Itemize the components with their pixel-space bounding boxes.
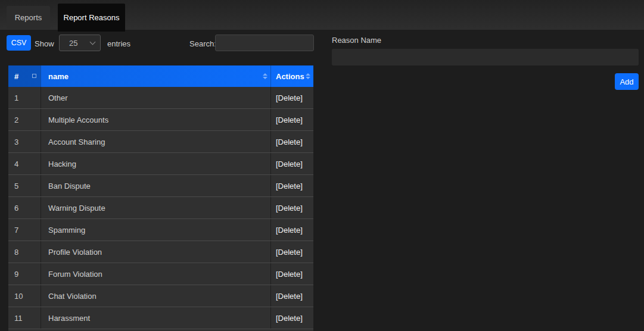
row-actions-cell: [Delete] (270, 263, 313, 285)
tab-reports-label: Reports (15, 13, 42, 22)
row-name-cell: Chat Violation (41, 285, 270, 307)
row-name-cell: Ban Dispute (41, 175, 270, 196)
report-reasons-page: Reports Report Reasons CSV Show 25 entri… (0, 0, 644, 331)
row-actions-cell: [Delete] (270, 131, 313, 152)
row-id-cell: 1 (8, 87, 41, 108)
row-actions-cell: [Delete] (270, 153, 313, 174)
table-row: 6 Warning Dispute [Delete] (8, 197, 313, 219)
delete-link[interactable]: [Delete] (276, 115, 303, 124)
sort-square-icon (32, 74, 36, 78)
delete-link[interactable]: [Delete] (276, 182, 303, 191)
column-header-actions[interactable]: Actions (270, 65, 313, 87)
show-label: Show (35, 39, 54, 48)
column-header-name-label: name (48, 72, 69, 81)
row-id-cell: 3 (8, 131, 41, 152)
table-header-row: # name Actions (8, 65, 313, 87)
column-header-name[interactable]: name (41, 65, 270, 87)
table-body: 1 Other [Delete] 2 Multiple Accounts [De… (8, 87, 313, 329)
tab-reports[interactable]: Reports (7, 6, 50, 29)
row-id-cell: 11 (8, 307, 41, 329)
report-reasons-table: # name Actions 1 Other [Delete] 2 Multip… (8, 65, 313, 331)
row-name-cell: Warning Dispute (41, 197, 270, 218)
table-row: 1 Other [Delete] (8, 87, 313, 109)
reason-name-label: Reason Name (332, 36, 381, 45)
row-name-cell: Profile Violation (41, 241, 270, 263)
row-name-cell: Spamming (41, 219, 270, 241)
row-id-cell: 10 (8, 285, 41, 307)
table-row: 10 Chat Violation [Delete] (8, 285, 313, 307)
table-row: 9 Forum Violation [Delete] (8, 263, 313, 285)
csv-export-button[interactable]: CSV (7, 35, 31, 51)
delete-link[interactable]: [Delete] (276, 204, 303, 213)
delete-link[interactable]: [Delete] (276, 160, 303, 168)
row-name-cell: Other (41, 87, 270, 108)
row-actions-cell: [Delete] (270, 285, 313, 307)
delete-link[interactable]: [Delete] (276, 314, 303, 323)
row-name-cell: Multiple Accounts (41, 109, 270, 130)
column-header-id-label: # (14, 72, 18, 81)
page-size-select[interactable]: 25 (59, 35, 101, 51)
row-actions-cell: [Delete] (270, 197, 313, 218)
sort-both-icon (306, 73, 310, 79)
entries-label: entries (107, 39, 130, 48)
reason-name-input[interactable] (332, 49, 639, 65)
delete-link[interactable]: [Delete] (276, 292, 303, 301)
table-row: 8 Profile Violation [Delete] (8, 241, 313, 263)
page-size-select-wrap: 25 (59, 35, 101, 51)
row-id-cell: 2 (8, 109, 41, 130)
delete-link[interactable]: [Delete] (276, 93, 303, 102)
row-name-cell: Harassment (41, 307, 270, 329)
column-header-id[interactable]: # (8, 65, 41, 87)
row-name-cell: Hacking (41, 153, 270, 174)
row-id-cell: 7 (8, 219, 41, 241)
search-input[interactable] (215, 35, 314, 51)
search-label: Search: (189, 39, 216, 48)
row-actions-cell: [Delete] (270, 219, 313, 241)
row-actions-cell: [Delete] (270, 307, 313, 329)
table-row: 11 Harassment [Delete] (8, 307, 313, 329)
add-reason-button[interactable]: Add (615, 73, 639, 90)
row-name-cell: Forum Violation (41, 263, 270, 285)
column-header-actions-label: Actions (276, 72, 304, 81)
row-id-cell: 4 (8, 153, 41, 174)
sort-both-icon (263, 73, 267, 79)
row-actions-cell: [Delete] (270, 109, 313, 130)
delete-link[interactable]: [Delete] (276, 270, 303, 279)
table-row: 3 Account Sharing [Delete] (8, 131, 313, 153)
row-id-cell: 8 (8, 241, 41, 263)
tab-report-reasons[interactable]: Report Reasons (58, 4, 125, 32)
row-actions-cell: [Delete] (270, 175, 313, 196)
delete-link[interactable]: [Delete] (276, 248, 303, 257)
tab-report-reasons-label: Report Reasons (64, 13, 120, 22)
row-id-cell: 9 (8, 263, 41, 285)
table-row: 2 Multiple Accounts [Delete] (8, 109, 313, 131)
table-row: 4 Hacking [Delete] (8, 153, 313, 175)
table-row: 5 Ban Dispute [Delete] (8, 175, 313, 197)
row-name-cell: Account Sharing (41, 131, 270, 152)
row-id-cell: 6 (8, 197, 41, 218)
delete-link[interactable]: [Delete] (276, 138, 303, 146)
table-row: 7 Spamming [Delete] (8, 219, 313, 241)
row-actions-cell: [Delete] (270, 87, 313, 108)
delete-link[interactable]: [Delete] (276, 226, 303, 235)
row-actions-cell: [Delete] (270, 241, 313, 263)
row-id-cell: 5 (8, 175, 41, 196)
tab-bar: Reports Report Reasons (0, 0, 644, 30)
